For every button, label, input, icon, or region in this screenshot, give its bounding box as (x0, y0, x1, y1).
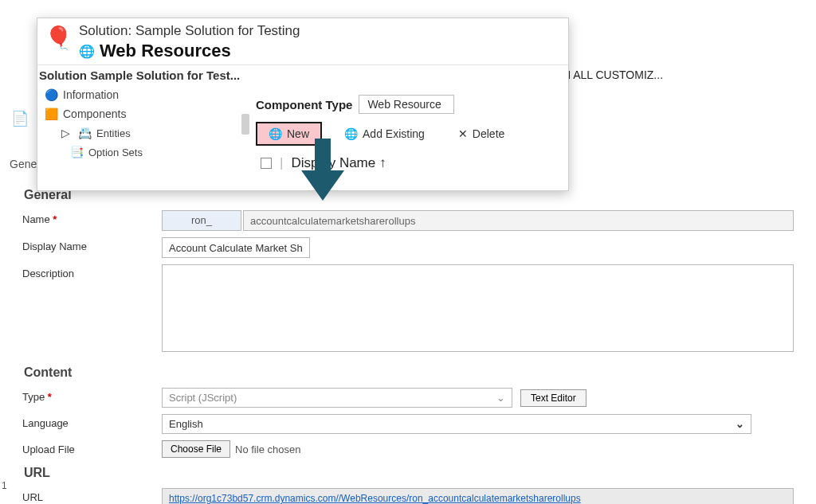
chevron-down-icon: ⌄ (736, 418, 744, 430)
ribbon-tab-general[interactable]: Gene (10, 158, 37, 170)
label-url: URL (22, 488, 162, 503)
label-language: Language (22, 414, 162, 429)
label-name: Name (22, 210, 162, 225)
name-prefix: ron_ (162, 210, 241, 231)
label-upload-file: Upload File (22, 440, 162, 455)
type-select-value: Script (JScript) (169, 392, 237, 404)
file-icon: 📄 (11, 110, 29, 127)
chevron-right-icon: ▷ (58, 126, 73, 140)
url-link[interactable]: https://org1c73bd57.crm.dynamics.com//We… (169, 493, 581, 504)
option-sets-icon: 📑 (69, 145, 84, 159)
web-resource-form: General Name ron_ Display Name Descripti… (22, 185, 794, 504)
solution-nav: 🔵 Information 🟧 Components ▷ 📇 Entities … (37, 85, 245, 176)
name-input[interactable] (243, 210, 794, 231)
section-url: URL (24, 466, 794, 480)
component-type-value[interactable]: Web Resource (359, 95, 454, 114)
solution-subtitle: Solution: Sample Solution for Testing (79, 23, 300, 39)
nav-information-label: Information (63, 88, 119, 101)
bg-toolbar-truncated: H ALL CUSTOMIZ... (563, 68, 663, 81)
text-editor-button[interactable]: Text Editor (520, 389, 586, 407)
divider: | (280, 155, 283, 171)
solution-icon: 🎈 (44, 23, 73, 52)
section-content: Content (24, 365, 794, 380)
nav-entities[interactable]: ▷ 📇 Entities (39, 123, 245, 143)
add-existing-label: Add Existing (363, 127, 425, 140)
nav-option-sets[interactable]: 📑 Option Sets (39, 143, 245, 162)
language-select-value: English (169, 418, 203, 430)
nav-components[interactable]: 🟧 Components (39, 104, 245, 123)
choose-file-button[interactable]: Choose File (162, 440, 230, 458)
new-icon: 🌐 (269, 127, 282, 140)
breadcrumb: Solution Sample Solution for Test... (37, 64, 568, 85)
label-description: Description (22, 264, 162, 279)
delete-icon: ✕ (458, 127, 468, 140)
add-existing-button[interactable]: 🌐 Add Existing (333, 123, 436, 144)
nav-information[interactable]: 🔵 Information (39, 85, 245, 104)
select-all-checkbox[interactable] (261, 158, 272, 169)
web-resource-icon: 🌐 (79, 44, 95, 59)
component-type-label: Component Type (256, 98, 352, 111)
entities-icon: 📇 (77, 126, 92, 140)
label-display-name: Display Name (22, 237, 162, 252)
page-title: Web Resources (100, 41, 231, 61)
delete-button[interactable]: ✕ Delete (447, 123, 516, 144)
description-input[interactable] (162, 264, 794, 352)
nav-option-sets-label: Option Sets (88, 147, 143, 158)
label-type: Type (22, 388, 162, 403)
nav-components-label: Components (63, 107, 126, 120)
chevron-down-icon: ⌄ (496, 392, 505, 404)
language-select[interactable]: English ⌄ (162, 414, 751, 434)
info-icon: 🔵 (44, 88, 58, 102)
page-number: 1 (2, 480, 7, 491)
delete-label: Delete (473, 127, 504, 140)
display-name-input[interactable] (162, 237, 310, 258)
add-existing-icon: 🌐 (344, 127, 358, 140)
file-status-text: No file chosen (235, 443, 300, 455)
nav-entities-label: Entities (96, 127, 131, 139)
callout-arrow-icon (301, 139, 344, 201)
scrollbar-thumb[interactable] (241, 114, 249, 135)
url-readonly: https://org1c73bd57.crm.dynamics.com//We… (162, 488, 794, 504)
type-select[interactable]: Script (JScript) ⌄ (162, 388, 512, 408)
components-icon: 🟧 (44, 107, 58, 121)
